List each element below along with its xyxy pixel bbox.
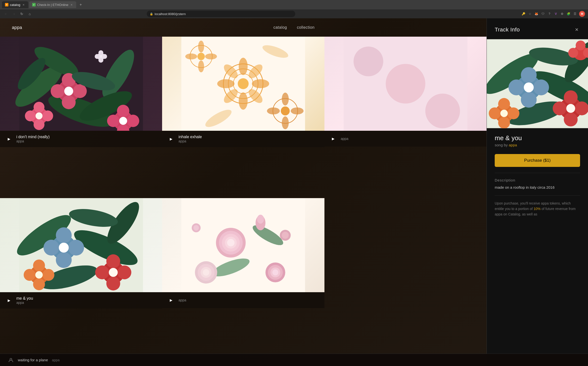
svg-point-128 — [508, 107, 519, 119]
svg-point-38 — [252, 79, 269, 88]
track4-details: me & you appa — [16, 296, 33, 305]
track2-name: inhale exhale — [178, 135, 202, 139]
svg-point-59 — [386, 64, 425, 104]
track2-artist: appa — [178, 139, 202, 143]
ext-shield-icon[interactable]: 🛡 — [540, 11, 545, 16]
browser-chrome: V catalog ✕ ✓ Check-In | ETHOnline ✕ + ←… — [0, 0, 588, 18]
ext-puzzle-icon[interactable]: ? — [547, 11, 552, 16]
svg-point-74 — [106, 254, 120, 268]
svg-point-11 — [64, 87, 73, 96]
panel-artist-link[interactable]: appa — [509, 143, 517, 147]
tab-catalog[interactable]: V catalog ✕ — [2, 1, 28, 8]
home-button[interactable]: ⌂ — [27, 11, 33, 17]
panel-song-by: song by appa — [487, 143, 588, 152]
list-item[interactable]: ▶ appa — [324, 37, 487, 198]
ext-v-icon[interactable]: V — [553, 11, 558, 16]
svg-point-124 — [566, 104, 575, 113]
svg-point-19 — [98, 50, 103, 55]
svg-point-83 — [33, 278, 45, 290]
svg-point-126 — [498, 98, 510, 110]
svg-point-17 — [36, 112, 43, 119]
track2-floral-svg — [162, 37, 324, 131]
app-nav-links: catalog collection — [273, 25, 315, 30]
track1-artwork — [0, 37, 162, 131]
ext-star-icon[interactable]: ☆ — [528, 11, 533, 16]
svg-point-129 — [498, 117, 510, 128]
track1-artist: appa — [16, 139, 50, 143]
tab-label-catalog: catalog — [10, 3, 20, 7]
list-item[interactable]: ▶ inhale exhale appa — [162, 37, 324, 198]
svg-point-78 — [109, 268, 118, 277]
tab-close-catalog[interactable]: ✕ — [22, 3, 25, 6]
nav-link-catalog[interactable]: catalog — [273, 25, 287, 30]
track4-play-button[interactable]: ▶ — [5, 296, 13, 304]
track3-artwork — [324, 37, 487, 131]
svg-point-81 — [24, 269, 36, 281]
track4-info-bar: ▶ me & you appa — [0, 292, 162, 309]
svg-point-20 — [95, 54, 100, 59]
svg-point-51 — [282, 93, 289, 105]
panel-title: Track Info — [495, 26, 520, 33]
purchase-button[interactable]: Purchase ($1) — [495, 154, 580, 167]
track2-play-button[interactable]: ▶ — [167, 135, 175, 143]
track4-artist: appa — [16, 301, 33, 305]
svg-point-28 — [127, 115, 139, 127]
track4-artwork — [0, 198, 162, 292]
track3-play-button[interactable]: ▶ — [329, 135, 337, 143]
svg-point-14 — [25, 110, 36, 121]
svg-point-22 — [98, 58, 103, 63]
list-item[interactable]: ▶ me & you appa — [0, 198, 162, 360]
track2-details: inhale exhale appa — [178, 135, 202, 143]
nav-link-collection[interactable]: collection — [297, 25, 315, 30]
list-item[interactable]: ▶ i don't mind (really) appa — [0, 37, 162, 198]
bottom-artist: appa — [52, 358, 60, 362]
svg-point-53 — [267, 107, 280, 114]
refresh-button[interactable]: ↻ — [19, 11, 25, 17]
ext-fox-icon[interactable]: 🦊 — [534, 11, 539, 16]
panel-description-title: Description — [495, 178, 580, 182]
svg-point-55 — [281, 106, 290, 115]
svg-point-82 — [43, 269, 54, 281]
tab-close-ethonline[interactable]: ✕ — [70, 3, 73, 6]
ext-key-icon[interactable]: 🔑 — [521, 11, 526, 16]
back-button[interactable]: ← — [3, 11, 9, 17]
ext-menu-icon[interactable]: ☰ — [573, 11, 578, 16]
svg-point-48 — [205, 53, 217, 59]
track1-floral-svg — [0, 37, 162, 131]
svg-point-80 — [33, 260, 45, 271]
svg-point-114 — [521, 67, 537, 83]
new-tab-button[interactable]: + — [77, 1, 84, 8]
tab-ethonline[interactable]: ✓ Check-In | ETHOnline ✕ — [29, 1, 76, 8]
track3-artist: appa — [341, 137, 348, 141]
svg-point-103 — [203, 269, 209, 276]
svg-point-70 — [68, 240, 84, 256]
svg-point-61 — [425, 94, 460, 128]
browser-extensions: 🔑 ☆ 🦊 🛡 ? V ⚙ 🧩 ☰ M — [521, 11, 585, 17]
svg-point-75 — [95, 265, 109, 279]
browser-user-avatar[interactable]: M — [579, 11, 585, 17]
track4-floral-svg — [0, 198, 162, 292]
svg-point-37 — [217, 79, 235, 88]
list-item[interactable]: ▶ appa — [162, 198, 324, 360]
panel-track-name: me & you — [487, 128, 588, 143]
track1-name: i don't mind (really) — [16, 135, 50, 139]
address-bar[interactable]: 🔒 localhost:8080/jzstern — [147, 11, 295, 17]
track5-play-button[interactable]: ▶ — [167, 296, 175, 304]
ext-settings-icon[interactable]: ⚙ — [560, 11, 565, 16]
track1-details: i don't mind (really) appa — [16, 135, 50, 143]
panel-close-button[interactable]: ✕ — [573, 26, 580, 33]
app-container: appa catalog collection — [0, 18, 588, 366]
tab-label-ethonline: Check-In | ETHOnline — [37, 3, 68, 7]
panel-highlight-percent: 10% — [534, 207, 540, 211]
forward-button[interactable]: → — [11, 11, 17, 17]
nav-bar: ← → ↻ ⌂ 🔒 localhost:8080/jzstern 🔑 ☆ 🦊 🛡… — [0, 9, 588, 18]
svg-point-15 — [42, 110, 53, 121]
track1-play-button[interactable]: ▶ — [5, 135, 13, 143]
svg-point-123 — [564, 113, 578, 127]
svg-point-71 — [56, 252, 72, 268]
app-logo[interactable]: appa — [12, 25, 22, 30]
ext-puzzle2-icon[interactable]: 🧩 — [566, 11, 571, 16]
svg-point-16 — [34, 119, 45, 130]
svg-point-72 — [59, 243, 69, 253]
track5-artwork — [162, 198, 324, 292]
